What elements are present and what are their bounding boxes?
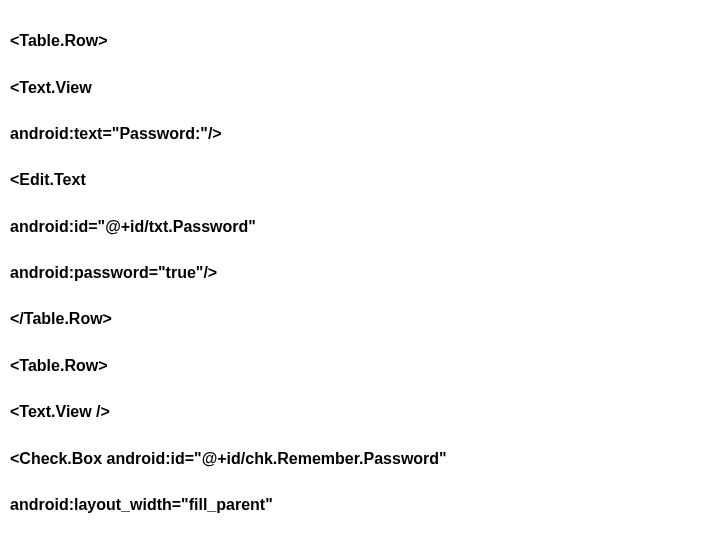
code-line: <Table.Row> bbox=[10, 354, 710, 377]
code-line: android:password="true"/> bbox=[10, 261, 710, 284]
code-snippet: <Table.Row> <Text.View android:text="Pas… bbox=[0, 0, 720, 540]
code-line: <Edit.Text bbox=[10, 168, 710, 191]
code-line: </Table.Row> bbox=[10, 307, 710, 330]
code-line: <Text.View /> bbox=[10, 400, 710, 423]
code-line: android:id="@+id/txt.Password" bbox=[10, 215, 710, 238]
code-line: <Table.Row> bbox=[10, 29, 710, 52]
code-line: android:layout_width="fill_parent" bbox=[10, 493, 710, 516]
code-line: <Text.View bbox=[10, 76, 710, 99]
code-line: android:text="Password:"/> bbox=[10, 122, 710, 145]
code-line: <Check.Box android:id="@+id/chk.Remember… bbox=[10, 447, 710, 470]
